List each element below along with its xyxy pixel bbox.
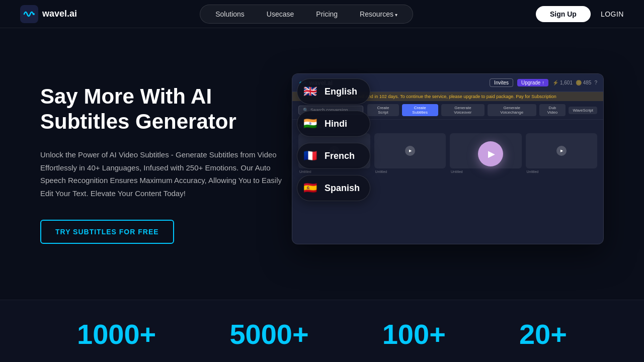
lang-label-spanish: Spanish — [325, 183, 360, 194]
coins-icon: 🪙 485 — [576, 80, 591, 85]
svg-point-1 — [33, 13, 35, 15]
lang-pill-hindi[interactable]: 🇮🇳 Hindi — [297, 111, 370, 137]
stat-value-1: 1000+ — [77, 320, 156, 348]
logo[interactable]: wavel.ai — [20, 5, 77, 23]
lang-pill-spanish[interactable]: 🇪🇸 Spanish — [297, 175, 370, 201]
topbar-icons: ⚡ 1,601 🪙 485 ? — [552, 80, 597, 85]
help-icon[interactable]: ? — [594, 80, 597, 85]
nav-actions: Sign Up LOGIN — [536, 6, 624, 22]
nav-links: Solutions Usecase Pricing Resources — [200, 5, 413, 24]
video-label-2: Untitled — [374, 170, 446, 173]
logo-icon — [20, 5, 38, 23]
list-item: Untitled — [374, 133, 446, 173]
flag-english: 🇬🇧 — [300, 82, 319, 101]
try-subtitles-button[interactable]: TRY SUBTITLES FOR FREE — [40, 220, 174, 244]
logo-text: wavel.ai — [42, 9, 77, 19]
action-buttons: Create Script Create Subtitles Generate … — [367, 104, 597, 116]
stats-bar: 1000+ 5000+ 100+ 20+ — [0, 300, 644, 362]
nav-resources[interactable]: Resources — [349, 7, 409, 21]
hero-title: Say More With AI Subtitles Generator — [40, 84, 282, 135]
create-subtitles-btn[interactable]: Create Subtitles — [402, 104, 438, 116]
hero-content: Say More With AI Subtitles Generator Unl… — [40, 84, 282, 244]
stat-4: 20+ — [519, 320, 567, 348]
wavescript-btn[interactable]: WaveScript — [569, 107, 597, 114]
navbar: wavel.ai Solutions Usecase Pricing Resou… — [0, 0, 644, 28]
video-label-3: Untitled — [450, 170, 522, 173]
lang-label-french: French — [325, 151, 355, 161]
flag-french: 🇫🇷 — [300, 146, 319, 165]
create-script-btn[interactable]: Create Script — [367, 104, 398, 116]
login-button[interactable]: LOGIN — [601, 10, 624, 18]
credits-icon: ⚡ 1,601 — [552, 80, 573, 85]
lang-label-hindi: Hindi — [325, 119, 347, 129]
video-thumb-2[interactable] — [374, 133, 446, 168]
nav-usecase[interactable]: Usecase — [256, 7, 305, 21]
stat-value-3: 100+ — [382, 320, 446, 348]
video-label-4: Untitled — [526, 170, 598, 173]
generate-voiceover-btn[interactable]: Generate Voiceover — [441, 104, 485, 116]
stat-2: 5000+ — [229, 320, 308, 348]
generate-voicechange-btn[interactable]: Generate Voicechange — [488, 104, 536, 116]
dub-video-btn[interactable]: Dub Video — [539, 104, 566, 116]
svg-rect-0 — [20, 5, 38, 23]
lang-label-english: English — [325, 86, 357, 97]
stat-value-2: 5000+ — [229, 320, 308, 348]
language-pills: 🇬🇧 English 🇮🇳 Hindi 🇫🇷 French 🇪🇸 Spanish — [297, 78, 370, 201]
lang-pill-french[interactable]: 🇫🇷 French — [297, 143, 370, 169]
hero-visual: 🇬🇧 English 🇮🇳 Hindi 🇫🇷 French 🇪🇸 Spanish — [302, 68, 604, 259]
stat-3: 100+ — [382, 320, 446, 348]
nav-solutions[interactable]: Solutions — [204, 7, 256, 21]
list-item: Untitled — [526, 133, 598, 173]
hero-section: Say More With AI Subtitles Generator Unl… — [0, 28, 644, 300]
lang-pill-english[interactable]: 🇬🇧 English — [297, 78, 370, 105]
app-topbar-right: Invites Upgrade ↑ ⚡ 1,601 🪙 485 ? — [490, 78, 597, 87]
flag-hindi: 🇮🇳 — [300, 114, 319, 133]
stat-value-4: 20+ — [519, 320, 567, 348]
flag-spanish: 🇪🇸 — [300, 178, 319, 198]
signup-button[interactable]: Sign Up — [536, 6, 591, 22]
play-button[interactable] — [478, 141, 503, 166]
hero-description: Unlock the Power of AI Video Subtitles -… — [40, 148, 282, 200]
upgrade-button[interactable]: Upgrade ↑ — [517, 79, 548, 86]
invite-button[interactable]: Invites — [490, 78, 513, 87]
nav-pricing[interactable]: Pricing — [305, 7, 349, 21]
video-thumb-4[interactable] — [526, 133, 598, 168]
stat-1: 1000+ — [77, 320, 156, 348]
